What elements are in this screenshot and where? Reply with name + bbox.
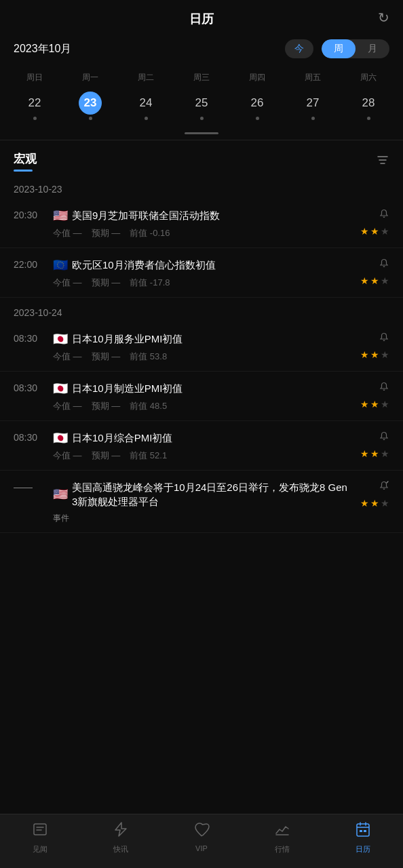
calendar-date-cell[interactable]: 22: [7, 89, 62, 124]
date-number: 25: [190, 92, 213, 115]
bell-icon[interactable]: [379, 431, 389, 444]
date-dot: [311, 117, 315, 120]
event-item[interactable]: 22:00🇪🇺欧元区10月消费者信心指数初值今值 —预期 —前值 -17.8 ★…: [0, 248, 403, 298]
nav-item-market[interactable]: 行情: [262, 821, 303, 854]
event-time: 08:30: [14, 333, 45, 344]
bottom-nav: 见闻 快讯 VIP 行情: [0, 814, 403, 868]
star-empty: ★: [381, 399, 389, 410]
svg-marker-7: [115, 823, 126, 836]
event-groups: 2023-10-2320:30🇺🇸美国9月芝加哥联储全国活动指数今值 —预期 —…: [0, 174, 403, 533]
event-right: ★★★: [360, 431, 389, 459]
flag-icon: 🇺🇸: [53, 487, 68, 502]
event-meta: 今值 —预期 —前值 48.5: [53, 400, 352, 412]
bell-icon[interactable]: [379, 258, 389, 271]
star-empty: ★: [381, 498, 389, 509]
date-dot: [367, 117, 370, 120]
nav-item-news[interactable]: 见闻: [20, 821, 60, 854]
event-right: ★★★: [360, 381, 389, 410]
event-content: 🇺🇸美国9月芝加哥联储全国活动指数今值 —预期 —前值 -0.16: [53, 208, 352, 239]
event-time: 08:30: [14, 432, 45, 443]
date-number: 24: [134, 92, 157, 115]
event-title-row: 🇺🇸美国高通骁龙峰会将于10月24日至26日举行，发布骁龙8 Gen 3新旗舰处…: [53, 480, 352, 509]
event-title: 美国9月芝加哥联储全国活动指数: [72, 209, 220, 222]
nav-label-vip: VIP: [195, 844, 208, 852]
date-dot: [256, 117, 259, 120]
star-empty: ★: [381, 448, 389, 459]
flash-icon: [113, 821, 129, 842]
section-header: 宏观: [0, 140, 403, 174]
event-title: 日本10月综合PMI初值: [72, 431, 172, 445]
event-right: ★★★: [360, 332, 389, 360]
today-button[interactable]: 今: [285, 39, 313, 58]
event-content: 🇯🇵日本10月综合PMI初值今值 —预期 —前值 52.1: [53, 431, 352, 462]
month-toggle[interactable]: 月: [356, 39, 389, 58]
flag-icon: 🇪🇺: [53, 258, 68, 273]
event-item[interactable]: ——🇺🇸美国高通骁龙峰会将于10月24日至26日举行，发布骁龙8 Gen 3新旗…: [0, 471, 403, 533]
meta-item: 前值 52.1: [130, 450, 167, 462]
star-filled: ★: [370, 275, 379, 286]
nav-label-news: 见闻: [33, 844, 47, 854]
meta-item: 预期 —: [92, 450, 121, 462]
event-title-row: 🇺🇸美国9月芝加哥联储全国活动指数: [53, 208, 352, 223]
market-icon: [274, 821, 290, 842]
meta-item: 今值 —: [53, 450, 82, 462]
calendar-header: 周日周一周二周三周四周五周六: [0, 65, 403, 86]
calendar-dates: 22232425262728: [0, 86, 403, 130]
date-number: 22: [23, 92, 46, 115]
week-toggle[interactable]: 周: [322, 39, 356, 58]
filter-icon[interactable]: [376, 153, 389, 170]
calendar-date-cell[interactable]: 23: [62, 89, 118, 124]
flag-icon: 🇯🇵: [53, 381, 68, 396]
refresh-icon[interactable]: ↻: [378, 9, 389, 26]
flag-icon: 🇯🇵: [53, 431, 68, 446]
calendar-day-label: 周二: [118, 69, 174, 86]
event-stars: ★★★: [360, 275, 389, 286]
calendar-date-cell[interactable]: 25: [174, 89, 229, 124]
meta-item: 预期 —: [92, 277, 121, 289]
meta-item: 前值 48.5: [130, 400, 167, 412]
star-filled: ★: [360, 349, 369, 360]
meta-item: 预期 —: [92, 400, 121, 412]
event-item[interactable]: 20:30🇺🇸美国9月芝加哥联储全国活动指数今值 —预期 —前值 -0.16 ★…: [0, 199, 403, 248]
event-title-row: 🇯🇵日本10月服务业PMI初值: [53, 332, 352, 347]
news-icon: [32, 821, 48, 842]
vip-icon: [193, 821, 210, 842]
meta-item: 前值 -17.8: [130, 277, 170, 289]
nav-item-flash[interactable]: 快讯: [100, 821, 141, 854]
calendar: 周日周一周二周三周四周五周六 22232425262728: [0, 65, 403, 130]
event-item[interactable]: 08:30🇯🇵日本10月制造业PMI初值今值 —预期 —前值 48.5 ★★★: [0, 372, 403, 421]
calendar-date-cell[interactable]: 27: [285, 89, 341, 124]
event-item[interactable]: 08:30🇯🇵日本10月服务业PMI初值今值 —预期 —前值 53.8 ★★★: [0, 322, 403, 372]
bell-icon[interactable]: [379, 480, 389, 494]
section-title: 宏观: [14, 151, 37, 167]
event-right: ★★★: [360, 258, 389, 286]
bell-icon[interactable]: [379, 208, 389, 222]
nav-item-vip[interactable]: VIP: [181, 821, 222, 854]
calendar-icon: [355, 821, 371, 842]
nav-item-calendar[interactable]: 日历: [343, 821, 383, 854]
calendar-date-cell[interactable]: 26: [229, 89, 285, 124]
star-filled: ★: [370, 399, 379, 410]
calendar-day-label: 周五: [285, 69, 341, 86]
bell-icon[interactable]: [379, 381, 389, 395]
svg-rect-9: [357, 824, 369, 836]
calendar-date-cell[interactable]: 28: [341, 89, 396, 124]
meta-item: 预期 —: [92, 351, 121, 363]
event-title-row: 🇯🇵日本10月制造业PMI初值: [53, 381, 352, 396]
date-group-label: 2023-10-23: [0, 174, 403, 199]
calendar-day-label: 周一: [62, 69, 118, 86]
calendar-day-label: 周日: [7, 69, 62, 86]
nav-label-market: 行情: [275, 844, 290, 854]
date-dot: [145, 117, 148, 120]
calendar-date-cell[interactable]: 24: [118, 89, 174, 124]
event-title: 日本10月服务业PMI初值: [72, 332, 183, 346]
calendar-day-label: 周三: [174, 69, 229, 86]
bell-icon[interactable]: [379, 332, 389, 345]
section-underline: [14, 170, 33, 172]
star-filled: ★: [360, 399, 369, 410]
event-item[interactable]: 08:30🇯🇵日本10月综合PMI初值今值 —预期 —前值 52.1 ★★★: [0, 421, 403, 471]
svg-rect-13: [360, 830, 362, 832]
date-dot: [89, 117, 92, 120]
flag-icon: 🇯🇵: [53, 332, 68, 347]
meta-item: 今值 —: [53, 227, 82, 239]
